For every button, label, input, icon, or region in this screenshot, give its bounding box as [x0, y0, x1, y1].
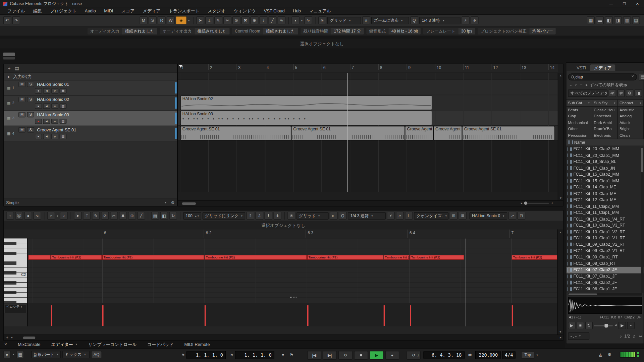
project-cursor[interactable]	[347, 73, 348, 192]
editor-tool-icon[interactable]: ╱	[137, 212, 145, 220]
media-search-box[interactable]: ✕	[568, 73, 637, 80]
midi-note[interactable]: Tambourine Hit (F2)	[384, 255, 410, 260]
editor-tool-icon[interactable]: ➤	[74, 212, 82, 220]
midi-part[interactable]: HALion Sonic 02	[180, 96, 432, 110]
chevron-down-icon[interactable]: ▼	[56, 215, 59, 217]
media-file-row[interactable]: FC11_Kit_13_Clap_ME	[567, 190, 644, 197]
editor-mode-icon[interactable]: ●	[24, 212, 32, 220]
menu-item[interactable]: メディア	[139, 7, 165, 14]
editor-mode-icon[interactable]: ∿	[33, 212, 41, 220]
sync-icon[interactable]: ⇄	[466, 351, 474, 359]
tab-chord-pads[interactable]: コードパッド	[147, 342, 174, 347]
zoom-in-icon[interactable]: ＋	[550, 201, 554, 205]
arrange-horizontal-scrollbar[interactable]: ▸ ＋	[178, 200, 564, 206]
clear-search-icon[interactable]: ✕	[631, 75, 634, 78]
editor-option-icon[interactable]: ▤	[151, 212, 159, 220]
filter-item[interactable]: Electronic	[592, 132, 618, 138]
editor-tool-icon[interactable]: ⊘	[101, 212, 109, 220]
tool-icon[interactable]: ✖	[241, 16, 249, 24]
tab-mixconsole[interactable]: MixConsole	[18, 342, 40, 347]
maximize-button[interactable]: ☐	[618, 0, 631, 7]
window-layout-icon[interactable]: ▦	[587, 16, 595, 24]
midi-note[interactable]: Tambourine Hit (F2)	[51, 255, 102, 260]
media-option-icon[interactable]: ◨	[635, 89, 642, 97]
loop-infinite-icon[interactable]: ∞	[639, 334, 642, 338]
instrument-edit-button[interactable]: ▦	[60, 119, 67, 124]
menu-item[interactable]: トランスポート	[165, 7, 204, 14]
swing-stepper[interactable]: 100▲▼	[183, 212, 201, 219]
velocity-bar[interactable]	[512, 305, 513, 326]
home-icon[interactable]: ⌂	[47, 212, 55, 220]
filter-item[interactable]: Beats	[567, 107, 592, 113]
right-locator-display[interactable]: 1. 1. 1. 0	[235, 351, 275, 359]
instrument-edit-button[interactable]: ▦	[60, 104, 67, 109]
stop-button[interactable]: ■	[354, 351, 368, 360]
chevron-down-icon[interactable]: ▼	[188, 19, 190, 21]
midi-part[interactable]: Groove Agent S	[433, 126, 462, 140]
media-list-scrollbar[interactable]	[641, 147, 644, 293]
tempo-display[interactable]: 220.000	[475, 351, 501, 359]
arrange-vertical-scrollbar[interactable]: ▲ ▼	[558, 73, 563, 200]
media-file-row[interactable]: FC11_Kit_11_Clap1_MM	[567, 209, 644, 216]
filter-item[interactable]: Clean	[618, 132, 643, 138]
position-display[interactable]: 6. 4. 3. 18	[423, 351, 464, 359]
media-file-row[interactable]: FC11_Kit_15_Clap1_MM	[567, 178, 644, 184]
filter-item[interactable]: Bright	[618, 126, 643, 132]
tab-midi-remote[interactable]: MIDI Remote	[184, 342, 210, 347]
monitor-button[interactable]: ◄	[43, 104, 50, 109]
midi-note[interactable]	[28, 255, 50, 260]
cycle-button[interactable]: ↻	[338, 351, 353, 360]
midi-note[interactable]: Tambourine Hit (F2)	[205, 255, 307, 260]
part-selector-dropdown[interactable]: HALion Sonic 0▼	[470, 212, 507, 219]
velocity-bar[interactable]	[384, 305, 385, 326]
results-name-header[interactable]: Name	[567, 138, 644, 146]
home-icon[interactable]: ⌂	[575, 83, 577, 87]
mute-all-button[interactable]: M	[140, 16, 147, 24]
project-overview-strip[interactable]	[3, 57, 15, 59]
quantize-q-icon[interactable]: Q	[410, 16, 418, 24]
preview-mini-stop-button[interactable]: ▪	[627, 322, 635, 329]
scrollbar-thumb[interactable]	[182, 202, 196, 204]
midi-note[interactable]: Tambourine Hit (F2)	[410, 255, 464, 260]
editor-option-icon[interactable]: ◧	[160, 212, 168, 220]
midi-part[interactable]: Groove Agent SE 01	[462, 126, 555, 140]
iterative-quantize-icon[interactable]: ⚡	[387, 212, 394, 220]
goto-end-button[interactable]: ▶|	[323, 351, 337, 360]
editor-tool-icon[interactable]: ✂	[110, 212, 118, 220]
undo-icon[interactable]: ↶	[3, 16, 11, 24]
tool-icon[interactable]: ⊘	[232, 16, 240, 24]
scrollbar-thumb[interactable]	[569, 293, 597, 295]
menu-item[interactable]: Hub	[289, 7, 305, 14]
record-arm-button[interactable]: ●	[35, 104, 42, 109]
mute-button[interactable]: M	[18, 82, 25, 87]
track-row[interactable]: ▦2 M S HALion Sonic 02 ● ◄ e ▦	[4, 96, 177, 111]
chevron-down-icon[interactable]: ▼	[164, 201, 167, 204]
pad-icon[interactable]: ▦	[16, 351, 24, 358]
window-layout-icon[interactable]: ▬	[596, 16, 604, 24]
preview-play-button[interactable]: ▶	[568, 322, 575, 329]
velocity-bar[interactable]	[410, 305, 411, 326]
redo-icon[interactable]: ↷	[12, 16, 20, 24]
read-automation-button[interactable]: R	[158, 16, 165, 24]
solo-button[interactable]: S	[27, 112, 34, 117]
grid-type-dropdown[interactable]: 1/4 3 連符▼	[419, 17, 460, 24]
velocity-bar[interactable]	[51, 305, 52, 326]
zoom-grid-icon[interactable]: #	[362, 16, 370, 24]
menu-item[interactable]: マニュアル	[305, 7, 335, 14]
search-input[interactable]	[576, 74, 630, 79]
time-signature-display[interactable]: 4/4	[502, 351, 516, 359]
velocity-bar[interactable]	[307, 305, 309, 326]
menu-item[interactable]: ウィンドウ	[229, 7, 260, 14]
scroll-up-icon[interactable]: ▲	[559, 231, 562, 234]
media-file-row[interactable]: FC11_Kit_10_Clap1_V3_RT	[567, 222, 644, 229]
chevron-down-icon[interactable]: ▼	[12, 353, 15, 356]
monitor-button[interactable]: ◄	[43, 134, 50, 139]
tab-vsti[interactable]: VSTi	[573, 64, 589, 71]
piano-keyboard[interactable]: C2	[4, 238, 28, 303]
editor-cursor[interactable]	[465, 238, 465, 303]
quantize-e-icon[interactable]: e	[396, 212, 404, 220]
quantize-e-icon[interactable]: e	[471, 16, 478, 24]
editor-view-icon[interactable]: ⊞	[450, 212, 458, 220]
project-overview-thumb[interactable]	[3, 53, 15, 56]
transpose-icon[interactable]: ⇧	[247, 212, 254, 220]
